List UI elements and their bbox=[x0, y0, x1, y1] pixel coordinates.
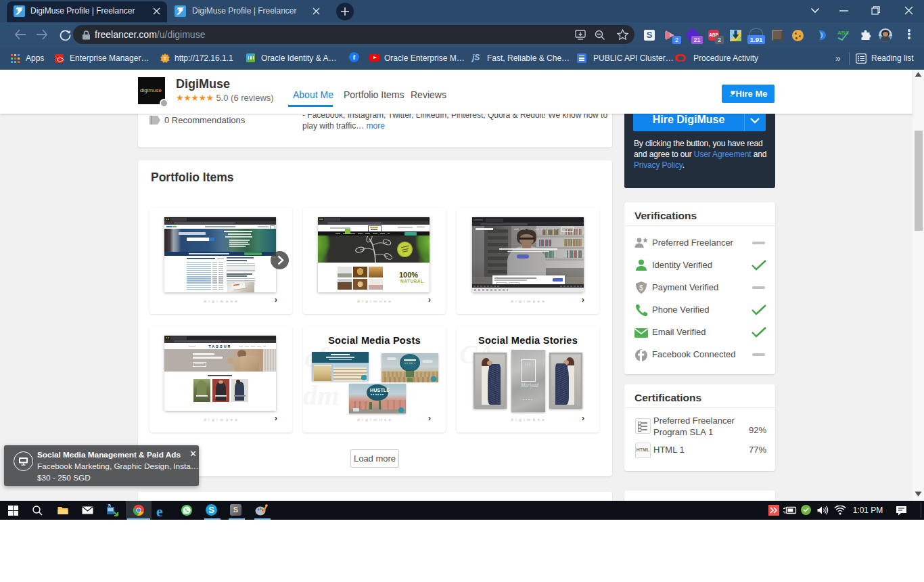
svg-text:$: $ bbox=[639, 284, 643, 292]
svg-text:T: T bbox=[164, 56, 167, 61]
